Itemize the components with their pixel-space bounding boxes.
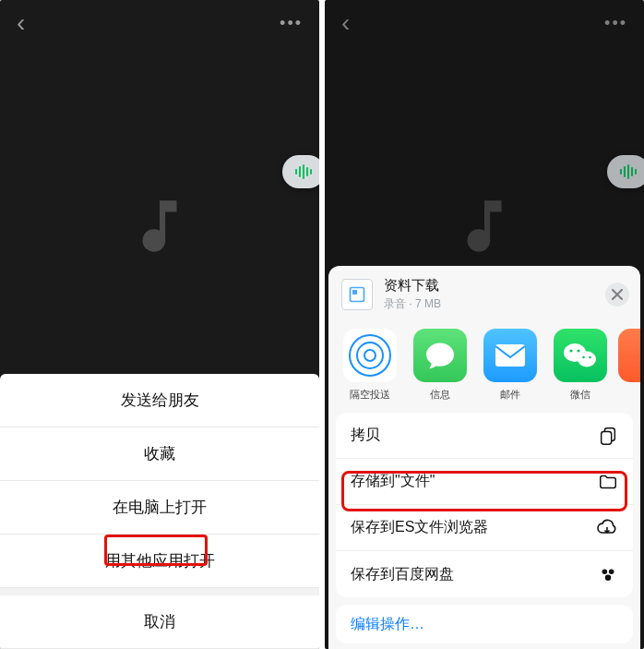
action-save-to-es[interactable]: 保存到ES文件浏览器 — [336, 505, 633, 551]
back-button[interactable]: ‹ — [17, 10, 25, 36]
music-note-icon — [125, 192, 194, 260]
edit-label: 编辑操作… — [351, 615, 424, 634]
svg-point-23 — [605, 574, 611, 580]
menu-open-on-pc[interactable]: 在电脑上打开 — [0, 481, 319, 535]
menu-favorite[interactable]: 收藏 — [0, 427, 319, 481]
edit-actions-row[interactable]: 编辑操作… — [336, 605, 633, 643]
airdrop-icon — [349, 334, 391, 377]
action-label: 保存到百度网盘 — [351, 565, 454, 584]
svg-point-14 — [578, 352, 596, 367]
close-icon — [612, 289, 623, 300]
share-label: 信息 — [430, 388, 450, 402]
copy-icon — [598, 426, 618, 446]
action-save-to-baidu[interactable]: 保存到百度网盘 — [336, 551, 633, 597]
share-sheet: 资料下载 录音 · 7 MB 隔空投送 信息 — [328, 266, 640, 649]
action-label: 存储到"文件" — [351, 472, 435, 491]
menu-cancel[interactable]: 取消 — [0, 595, 319, 649]
menu-separator — [0, 588, 319, 595]
share-label: 隔空投送 — [350, 388, 390, 402]
svg-point-15 — [569, 349, 572, 352]
voice-badge[interactable] — [282, 155, 319, 188]
file-title: 资料下载 — [384, 277, 594, 294]
svg-point-16 — [577, 349, 579, 352]
share-more-cut[interactable] — [618, 329, 640, 388]
action-sheet: 发送给朋友 收藏 在电脑上打开 用其他应用打开 取消 — [0, 374, 319, 649]
folder-icon — [598, 472, 618, 492]
share-sheet-header: 资料下载 录音 · 7 MB — [328, 266, 640, 323]
menu-send-to-friend[interactable]: 发送给朋友 — [0, 374, 319, 427]
share-targets: 隔空投送 信息 邮件 微信 — [328, 323, 640, 407]
file-type-icon — [341, 279, 373, 310]
screen-left: ‹ ••• 资料下载.mp3 发送给朋友 收藏 在电脑上打开 用其他应用打开 取… — [0, 0, 319, 649]
music-preview — [0, 46, 319, 406]
mail-icon — [494, 343, 527, 368]
waveform-icon — [294, 164, 313, 179]
share-messages[interactable]: 信息 — [408, 329, 472, 402]
menu-open-with-other[interactable]: 用其他应用打开 — [0, 535, 319, 588]
cloud-download-icon — [596, 518, 618, 538]
topbar: ‹ ••• — [0, 0, 319, 46]
action-label: 保存到ES文件浏览器 — [351, 518, 488, 537]
share-wechat[interactable]: 微信 — [548, 329, 613, 402]
file-meta: 录音 · 7 MB — [384, 296, 594, 312]
screen-right: ‹ ••• 资料下载 录音 · 7 MB 隔空投送 — [325, 0, 644, 649]
action-label: 拷贝 — [351, 426, 380, 445]
svg-point-22 — [609, 570, 614, 575]
action-copy[interactable]: 拷贝 — [336, 413, 633, 459]
actions-list: 拷贝 存储到"文件" 保存到ES文件浏览器 保存到百度网盘 — [336, 413, 633, 597]
baidu-icon — [598, 564, 618, 584]
share-airdrop[interactable]: 隔空投送 — [338, 329, 402, 402]
svg-point-21 — [602, 570, 608, 575]
close-button[interactable] — [605, 282, 629, 306]
svg-rect-11 — [352, 290, 357, 294]
share-label: 微信 — [570, 388, 590, 402]
messages-icon — [423, 339, 457, 372]
svg-rect-12 — [495, 344, 525, 367]
svg-point-17 — [582, 356, 585, 359]
action-save-to-files[interactable]: 存储到"文件" — [336, 459, 633, 505]
svg-point-18 — [589, 356, 591, 359]
share-mail[interactable]: 邮件 — [478, 329, 543, 402]
more-button[interactable]: ••• — [280, 14, 303, 33]
share-label: 邮件 — [500, 388, 520, 402]
svg-rect-20 — [602, 431, 612, 444]
file-info: 资料下载 录音 · 7 MB — [384, 277, 594, 312]
wechat-icon — [562, 340, 599, 371]
